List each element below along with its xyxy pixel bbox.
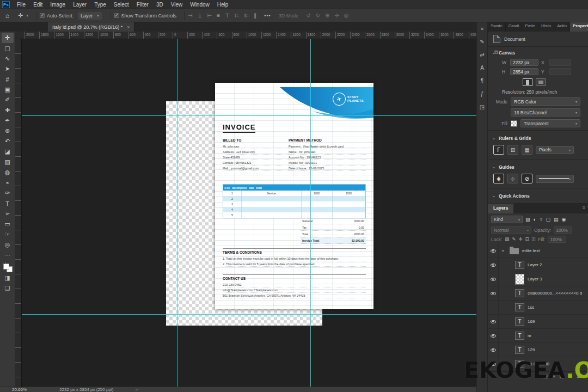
menu-item[interactable]: View <box>167 1 187 8</box>
canvas[interactable]: ✈ START PLANETS INVOICE BILLED TO Mr. jo… <box>22 39 476 387</box>
visibility-toggle[interactable] <box>488 301 499 315</box>
link-dimensions-icon[interactable]: ⧉ <box>494 49 498 56</box>
frame-tool[interactable]: ▣ <box>2 84 14 95</box>
adjustment-layer-icon[interactable]: ◑ <box>552 373 555 379</box>
layer-mask-icon[interactable]: ▣ <box>543 373 548 379</box>
new-layer-icon[interactable]: ⊞ <box>568 373 573 379</box>
opacity-field[interactable]: 100% <box>554 226 572 234</box>
character-panel-icon[interactable]: A <box>480 65 484 71</box>
y-field[interactable] <box>549 68 571 75</box>
panel-tab[interactable]: Properties <box>570 22 588 32</box>
layers-tab[interactable]: Layers <box>488 204 513 213</box>
screen-mode-icon[interactable]: ❏ <box>2 283 14 293</box>
lasso-tool[interactable]: ∿ <box>2 53 14 64</box>
type-tool[interactable]: T <box>2 198 14 209</box>
collapse-panels-icon[interactable]: « <box>481 26 484 32</box>
new-group-icon[interactable]: ▤ <box>559 373 564 379</box>
gradient-tool[interactable]: ▨ <box>2 157 14 167</box>
layer-thumbnail[interactable]: T <box>515 274 524 285</box>
panel-tab[interactable]: Gradi <box>506 22 523 32</box>
brush-tool[interactable]: ✒ <box>2 115 14 126</box>
filter-toggle-icon[interactable]: ◉ <box>561 217 566 222</box>
layer-name[interactable]: 1ss <box>528 305 534 310</box>
3d-slide-icon[interactable]: ✛ <box>334 13 339 19</box>
libraries-panel-icon[interactable]: ◳ <box>480 104 485 110</box>
canvas-section-header[interactable]: ⌄ Canvas <box>488 47 588 58</box>
more-options-icon[interactable]: ••• <box>264 13 271 19</box>
edit-toolbar-icon[interactable]: ⋯ <box>2 250 14 260</box>
3d-orbit-icon[interactable]: ↺ <box>306 13 310 19</box>
tool-preset-arrow-icon[interactable]: ▾ <box>26 14 28 18</box>
layer-thumbnail[interactable]: T <box>515 303 524 311</box>
guide-vertical-1[interactable] <box>177 39 177 387</box>
layer-row[interactable]: ▾ T m <box>488 329 588 343</box>
bit-depth-dropdown[interactable]: 16 Bits/Channel ▾ <box>511 108 580 117</box>
pen-tool[interactable]: ✑ <box>2 188 14 198</box>
visibility-toggle[interactable] <box>488 286 499 301</box>
filter-pixel-layers-icon[interactable]: ▨ <box>525 217 530 222</box>
rulers-grids-header[interactable]: ⌄ Rulers & Grids <box>488 132 588 143</box>
zoom-level-field[interactable]: 20.66% <box>12 387 27 392</box>
vertical-ruler[interactable] <box>15 39 22 387</box>
layer-name[interactable]: m <box>528 333 531 338</box>
menu-item[interactable]: Image <box>46 1 69 8</box>
layer-name[interactable]: 129 <box>528 347 535 352</box>
layer-name[interactable]: cilla0000000...<<<<<<<<0 d <box>528 291 582 296</box>
layers-menu-icon[interactable]: ≡ <box>580 204 588 213</box>
layer-name[interactable]: edite text <box>522 248 540 253</box>
layer-row[interactable]: ▾ T 01.01.1990 <box>488 357 588 371</box>
width-field[interactable]: 2232 px <box>510 59 538 66</box>
ruler-units-dropdown[interactable]: Pixels ▾ <box>536 146 574 154</box>
hand-tool[interactable]: ☞ <box>2 229 14 240</box>
guide-style-dropdown[interactable]: ▾ <box>536 175 574 183</box>
quick-mask-icon[interactable]: ◨ <box>2 273 14 283</box>
layer-name[interactable]: Layer 2 <box>528 262 542 267</box>
x-field[interactable] <box>549 59 571 66</box>
history-brush-tool[interactable]: ↶ <box>2 136 14 146</box>
layer-thumbnail[interactable] <box>510 248 519 254</box>
color-swatches[interactable] <box>2 262 13 273</box>
panel-tab[interactable]: Swatc <box>488 22 506 32</box>
menu-item[interactable]: Layer <box>69 1 90 8</box>
height-field[interactable]: 2854 px <box>510 68 538 75</box>
lock-position-icon[interactable]: ✛ <box>518 236 522 242</box>
toggle-guides-icon[interactable]: ⋕ <box>493 174 504 183</box>
layer-row[interactable]: ▾ T cilla0000000...<<<<<<<<0 d <box>488 286 588 301</box>
layer-row[interactable]: ▾ edite text <box>488 244 588 258</box>
layer-thumbnail[interactable]: T <box>515 360 524 368</box>
show-transform-checkbox[interactable]: ✓ <box>114 13 119 18</box>
fill-field[interactable]: 100% <box>548 236 566 243</box>
eyedropper-tool[interactable]: ✐ <box>2 95 14 105</box>
menu-item[interactable]: Type <box>90 1 110 8</box>
fill-dropdown[interactable]: Transparent ▾ <box>520 119 580 127</box>
visibility-toggle[interactable] <box>488 315 499 329</box>
layer-row[interactable]: ▾ T 1ss <box>488 301 588 315</box>
delete-layer-icon[interactable]: ⌦ <box>577 373 584 379</box>
menu-item[interactable]: Window <box>186 1 213 8</box>
align-right-edges-icon[interactable]: ⊢ <box>207 13 212 19</box>
layer-row[interactable]: ▾ T Layer 2 <box>488 258 588 272</box>
menu-item[interactable]: 3D <box>152 1 167 8</box>
toggle-rulers-icon[interactable]: Γ <box>493 145 504 155</box>
menu-item[interactable]: Edit <box>29 1 46 8</box>
menu-item[interactable]: Select <box>110 1 133 8</box>
quick-actions-header[interactable]: ⌄ Quick Actions <box>488 190 588 201</box>
panel-tab[interactable]: Histo <box>538 22 554 32</box>
close-icon[interactable]: × <box>127 24 130 30</box>
toggle-pixel-grid-icon[interactable]: ▦ <box>522 145 532 155</box>
group-chevron-icon[interactable]: ▾ <box>502 249 506 253</box>
horizontal-ruler[interactable]: 2000180016001400120010008006004002000200… <box>15 32 476 39</box>
move-tool[interactable]: ✛ <box>2 33 14 43</box>
lock-all-icon[interactable]: ⚿ <box>532 236 535 242</box>
auto-select-target-dropdown[interactable]: Layer ▾ <box>78 12 102 20</box>
filter-shape-layers-icon[interactable]: ▢ <box>546 217 550 222</box>
kind-filter-dropdown[interactable]: Kind ▾ <box>491 216 523 223</box>
filter-smart-objects-icon[interactable]: ▤ <box>554 217 559 222</box>
guides-header[interactable]: ⌄ Guides <box>488 161 588 172</box>
align-top-edges-icon[interactable]: ⊤ <box>225 13 230 19</box>
visibility-toggle[interactable] <box>488 329 499 343</box>
dodge-tool[interactable]: ◓ <box>2 177 14 188</box>
menu-item[interactable]: Filter <box>133 1 152 8</box>
blur-tool[interactable]: ◍ <box>2 167 14 177</box>
layer-row[interactable]: ▾ T Layer 3 <box>488 272 588 286</box>
